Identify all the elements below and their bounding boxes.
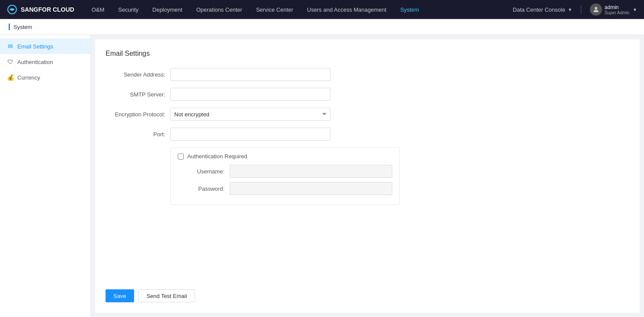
nav-menu: O&M Security Deployment Operations Cente…	[85, 0, 513, 19]
user-text: admin Super Admin	[605, 4, 629, 15]
username-group: Username:	[178, 165, 392, 178]
sender-address-group: Sender Address:	[106, 68, 629, 81]
topnav-right: Data Center Console ▼ admin Super Admin …	[513, 3, 637, 16]
send-test-email-button[interactable]: Send Test Email	[138, 289, 195, 302]
nav-item-system[interactable]: System	[393, 0, 426, 19]
shield-icon: 🛡	[7, 58, 14, 65]
sidebar-item-email-settings[interactable]: ✉ Email Settings	[0, 38, 90, 54]
auth-header: Authentication Required	[178, 153, 392, 160]
datacenter-label: Data Center Console	[513, 6, 565, 13]
encryption-protocol-select[interactable]: Not encrypted SSL TLS	[170, 108, 330, 121]
datacenter-selector[interactable]: Data Center Console ▼	[513, 6, 572, 13]
nav-item-om[interactable]: O&M	[85, 0, 112, 19]
encryption-protocol-group: Encryption Protocol: Not encrypted SSL T…	[106, 108, 629, 121]
auth-section: Authentication Required Username: Passwo…	[170, 147, 400, 205]
password-input[interactable]	[230, 182, 392, 195]
encryption-protocol-label: Encryption Protocol:	[106, 111, 170, 118]
auth-required-label: Authentication Required	[187, 153, 247, 160]
smtp-server-group: SMTP Server:	[106, 88, 629, 101]
sidebar-label-email-settings: Email Settings	[17, 43, 53, 50]
auth-required-checkbox[interactable]	[178, 154, 184, 160]
breadcrumb: System	[0, 19, 644, 35]
nav-item-deployment[interactable]: Deployment	[145, 0, 189, 19]
form-footer: Save Send Test Email	[106, 289, 195, 302]
sidebar-item-currency[interactable]: 💰 Currency	[0, 70, 90, 85]
email-icon: ✉	[7, 43, 14, 50]
sidebar-item-authentication[interactable]: 🛡 Authentication	[0, 54, 90, 70]
datacenter-chevron-icon: ▼	[568, 7, 572, 12]
sidebar-label-authentication: Authentication	[17, 59, 53, 65]
password-group: Password:	[178, 182, 392, 195]
user-role: Super Admin	[605, 10, 629, 15]
user-name: admin	[605, 4, 629, 10]
nav-item-operations-center[interactable]: Operations Center	[189, 0, 249, 19]
port-input[interactable]	[170, 128, 330, 141]
brand-logo[interactable]: SANGFOR CLOUD	[7, 4, 74, 15]
page-title: Email Settings	[106, 50, 629, 58]
layout: ✉ Email Settings 🛡 Authentication 💰 Curr…	[0, 35, 644, 317]
topnav-divider	[581, 5, 581, 14]
currency-icon: 💰	[7, 74, 14, 81]
port-label: Port:	[106, 131, 170, 138]
brand-name: SANGFOR CLOUD	[21, 6, 74, 13]
top-navigation: SANGFOR CLOUD O&M Security Deployment Op…	[0, 0, 644, 19]
smtp-server-input[interactable]	[170, 88, 330, 101]
breadcrumb-indicator	[9, 23, 10, 30]
username-input[interactable]	[230, 165, 392, 178]
save-button[interactable]: Save	[106, 289, 134, 302]
svg-point-1	[595, 7, 597, 10]
nav-item-users[interactable]: Users and Access Management	[300, 0, 394, 19]
password-label: Password:	[178, 186, 230, 192]
sender-address-label: Sender Address:	[106, 71, 170, 78]
nav-item-security[interactable]: Security	[111, 0, 145, 19]
sidebar: ✉ Email Settings 🛡 Authentication 💰 Curr…	[0, 35, 91, 317]
nav-item-service-center[interactable]: Service Center	[249, 0, 300, 19]
port-group: Port:	[106, 128, 629, 141]
sidebar-label-currency: Currency	[17, 74, 40, 81]
user-info[interactable]: admin Super Admin ▼	[590, 3, 637, 16]
smtp-server-label: SMTP Server:	[106, 91, 170, 98]
sender-address-input[interactable]	[170, 68, 330, 81]
main-content: Email Settings Sender Address: SMTP Serv…	[95, 39, 640, 313]
avatar	[590, 3, 602, 16]
username-label: Username:	[178, 168, 230, 175]
brand-icon	[7, 4, 17, 15]
user-chevron-icon: ▼	[633, 7, 637, 12]
breadcrumb-label: System	[13, 24, 32, 30]
